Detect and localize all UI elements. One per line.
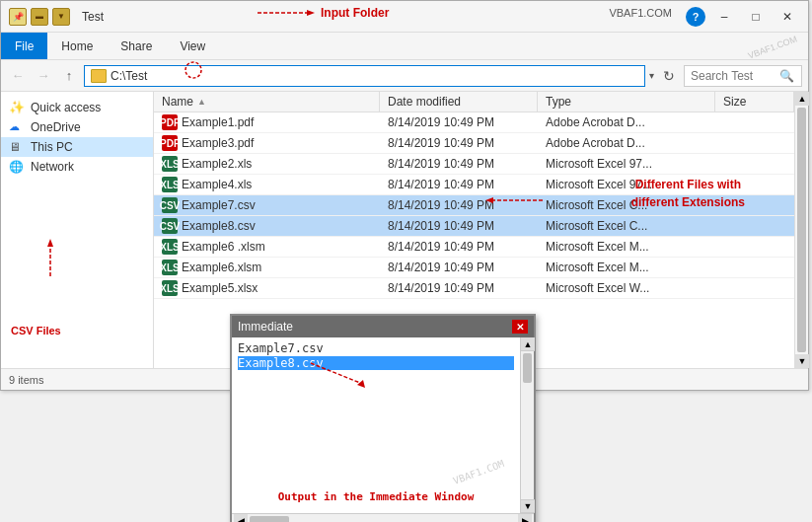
file-type-icon: PDF xyxy=(162,114,178,130)
file-row[interactable]: PDF Example1.pdf 8/14/2019 10:49 PM Adob… xyxy=(154,112,794,133)
address-path-bar[interactable]: C:\Test xyxy=(84,65,645,87)
imm-scroll-thumb[interactable] xyxy=(523,353,532,383)
cloud-icon: ☁ xyxy=(9,120,25,134)
sidebar-item-quick-access[interactable]: ✨ Quick access xyxy=(1,98,153,117)
maximize-button[interactable]: □ xyxy=(743,7,769,27)
minimize-button[interactable]: – xyxy=(711,7,737,27)
col-header-size[interactable]: Size xyxy=(715,92,794,112)
imm-h-scroll-right[interactable]: ▶ xyxy=(518,514,532,523)
ribbon-tab-home[interactable]: Home xyxy=(47,33,107,59)
vertical-scrollbar[interactable]: ▲ ▼ xyxy=(794,92,808,368)
forward-button[interactable]: → xyxy=(33,65,54,87)
imm-h-scrollbar[interactable] xyxy=(248,514,518,523)
col-header-name[interactable]: Name ▲ xyxy=(154,92,380,112)
file-cell-type: Microsoft Excel W... xyxy=(538,278,715,298)
vbaf-label: VBAF1.COM xyxy=(609,7,672,27)
diff-files-line1: Different Files with xyxy=(635,178,741,191)
immediate-footer: ◀ ▶ xyxy=(232,513,534,522)
immediate-title: Immediate xyxy=(238,320,293,334)
scroll-up-arrow[interactable]: ▲ xyxy=(795,92,809,106)
immediate-window: Immediate ✕ Example7.csv Example8.csv VB… xyxy=(230,314,536,522)
search-input[interactable] xyxy=(691,69,779,83)
file-cell-type: Microsoft Excel M... xyxy=(538,237,715,257)
folder-icon xyxy=(91,69,107,83)
vbaf-watermark-immediate: VBAF1.COM xyxy=(452,465,505,479)
vbaf-ribbon-watermark: VBAF1.COM xyxy=(747,39,808,53)
file-name: Example6.xlsm xyxy=(182,261,261,274)
pc-icon: 🖥 xyxy=(9,140,25,154)
file-cell-name: XLS Example6 .xlsm xyxy=(154,237,380,257)
path-text: C:\Test xyxy=(111,69,147,83)
svg-marker-8 xyxy=(357,380,365,388)
file-row[interactable]: XLS Example6 .xlsm 8/14/2019 10:49 PM Mi… xyxy=(154,237,794,258)
file-name: Example8.csv xyxy=(182,219,256,233)
file-cell-size xyxy=(715,133,794,153)
sidebar-item-this-pc[interactable]: 🖥 This PC xyxy=(1,137,153,157)
file-cell-date: 8/14/2019 10:49 PM xyxy=(380,154,538,174)
ribbon-tab-file[interactable]: File xyxy=(1,33,47,59)
file-row[interactable]: CSV Example8.csv 8/14/2019 10:49 PM Micr… xyxy=(154,216,794,237)
file-name: Example3.pdf xyxy=(182,136,254,150)
file-row[interactable]: XLS Example6.xlsm 8/14/2019 10:49 PM Mic… xyxy=(154,258,794,278)
col-header-date[interactable]: Date modified xyxy=(380,92,538,112)
title-bar: 📌 ▬ ▼ Test Input Folder VBAF1.COM ? – □ … xyxy=(1,1,808,33)
file-type-icon: XLS xyxy=(162,239,178,255)
file-name: Example4.xls xyxy=(182,178,252,191)
diff-files-line2: different Extensions xyxy=(631,195,745,209)
svg-point-2 xyxy=(185,62,201,78)
imm-scroll-down[interactable]: ▼ xyxy=(521,499,535,513)
file-cell-type: Adobe Acrobat D... xyxy=(538,112,715,132)
file-name: Example7.csv xyxy=(182,198,256,212)
sidebar-label-quick-access: Quick access xyxy=(31,101,101,114)
file-cell-size xyxy=(715,237,794,257)
file-type-icon: CSV xyxy=(162,197,178,213)
input-folder-label: Input Folder xyxy=(321,6,389,20)
file-cell-type: Microsoft Excel C... xyxy=(538,216,715,236)
quick-access-icon[interactable]: 📌 xyxy=(9,8,27,26)
file-type-icon: XLS xyxy=(162,177,178,192)
title-bar-icons: 📌 ▬ ▼ xyxy=(9,8,70,26)
file-cell-date: 8/14/2019 10:49 PM xyxy=(380,258,538,277)
file-cell-size xyxy=(715,216,794,236)
scroll-thumb[interactable] xyxy=(797,108,806,352)
scroll-down-arrow[interactable]: ▼ xyxy=(795,354,809,368)
file-cell-date: 8/14/2019 10:49 PM xyxy=(380,175,538,194)
close-button[interactable]: ✕ xyxy=(775,7,800,27)
search-icon[interactable]: 🔍 xyxy=(779,69,794,83)
address-annotation xyxy=(184,60,203,80)
sidebar-item-network[interactable]: 🌐 Network xyxy=(1,157,153,177)
file-cell-date: 8/14/2019 10:49 PM xyxy=(380,133,538,153)
csv-arrow-svg xyxy=(11,276,90,326)
imm-h-scroll-left[interactable]: ◀ xyxy=(234,514,248,523)
address-dropdown-arrow[interactable]: ▾ xyxy=(649,70,654,81)
file-row[interactable]: PDF Example3.pdf 8/14/2019 10:49 PM Adob… xyxy=(154,133,794,154)
refresh-button[interactable]: ↻ xyxy=(658,65,680,87)
csv-files-label: CSV Files xyxy=(11,325,61,336)
col-header-type[interactable]: Type xyxy=(538,92,715,112)
ribbon-tab-view[interactable]: View xyxy=(166,33,219,59)
immediate-close-button[interactable]: ✕ xyxy=(512,320,528,334)
file-row[interactable]: XLS Example2.xls 8/14/2019 10:49 PM Micr… xyxy=(154,154,794,175)
back-button[interactable]: ← xyxy=(7,65,29,87)
file-cell-name: XLS Example2.xls xyxy=(154,154,380,174)
sidebar-item-onedrive[interactable]: ☁ OneDrive xyxy=(1,117,153,137)
search-box[interactable]: 🔍 xyxy=(684,65,802,87)
copy-icon[interactable]: ▬ xyxy=(31,8,48,26)
svg-marker-4 xyxy=(47,239,53,247)
immediate-body: Example7.csv Example8.csv VBAF1.COM Outp… xyxy=(232,337,534,513)
svg-marker-1 xyxy=(307,10,315,16)
window-title: Test xyxy=(82,10,104,24)
file-row[interactable]: XLS Example5.xlsx 8/14/2019 10:49 PM Mic… xyxy=(154,278,794,299)
help-btn[interactable]: ? xyxy=(686,7,705,27)
file-name: Example6 .xlsm xyxy=(182,240,265,254)
file-type-icon: XLS xyxy=(162,260,178,275)
dropdown-icon[interactable]: ▼ xyxy=(52,8,70,26)
imm-scroll-up[interactable]: ▲ xyxy=(521,337,535,351)
ribbon-tab-share[interactable]: Share xyxy=(107,33,166,59)
imm-h-thumb[interactable] xyxy=(250,516,289,523)
svg-line-7 xyxy=(311,363,360,383)
csv-annotation-area: CSV Files xyxy=(11,276,90,329)
file-name: Example2.xls xyxy=(182,157,252,171)
immediate-scrollbar[interactable]: ▲ ▼ xyxy=(520,337,534,513)
up-button[interactable]: ↑ xyxy=(58,65,80,87)
